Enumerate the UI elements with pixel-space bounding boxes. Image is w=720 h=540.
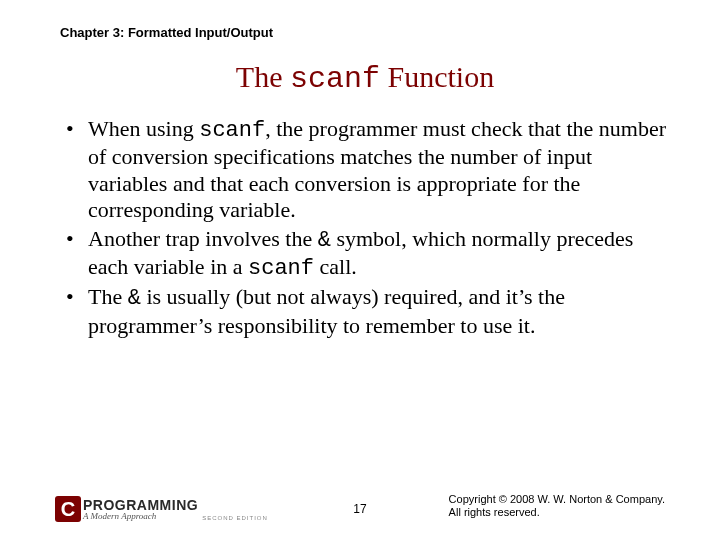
- bullet-1: When using scanf, the programmer must ch…: [60, 116, 670, 224]
- logo-edition: SECOND EDITION: [202, 515, 268, 522]
- b1-text-a: When using: [88, 116, 199, 141]
- b3-text-a: The: [88, 284, 128, 309]
- bullet-2: Another trap involves the & symbol, whic…: [60, 226, 670, 283]
- b3-text-b: is usually (but not always) required, an…: [88, 284, 565, 337]
- bullet-3: The & is usually (but not always) requir…: [60, 284, 670, 339]
- copyright-line2: All rights reserved.: [449, 506, 665, 520]
- bullet-list: When using scanf, the programmer must ch…: [60, 116, 670, 339]
- b1-mono: scanf: [199, 118, 265, 143]
- b2-mono2: scanf: [248, 256, 314, 281]
- copyright: Copyright © 2008 W. W. Norton & Company.…: [449, 493, 665, 521]
- chapter-heading: Chapter 3: Formatted Input/Output: [60, 25, 670, 40]
- title-pre: The: [236, 60, 290, 93]
- title-mono: scanf: [290, 62, 380, 96]
- logo-main: PROGRAMMING: [83, 498, 198, 512]
- logo-text: PROGRAMMING A Modern Approach: [83, 498, 198, 521]
- b2-text-a: Another trap involves the: [88, 226, 318, 251]
- copyright-line1: Copyright © 2008 W. W. Norton & Company.: [449, 493, 665, 507]
- title-post: Function: [380, 60, 494, 93]
- logo-sub: A Modern Approach: [83, 512, 198, 521]
- b2-mono: &: [318, 228, 331, 253]
- slide: Chapter 3: Formatted Input/Output The sc…: [0, 0, 720, 540]
- b2-text-c: call.: [314, 254, 357, 279]
- page-number: 17: [353, 502, 366, 516]
- logo-c-box: C: [55, 496, 81, 522]
- slide-title: The scanf Function: [60, 60, 670, 96]
- book-logo: C PROGRAMMING A Modern Approach SECOND E…: [55, 496, 268, 522]
- b3-mono: &: [128, 286, 141, 311]
- footer: C PROGRAMMING A Modern Approach SECOND E…: [0, 482, 720, 522]
